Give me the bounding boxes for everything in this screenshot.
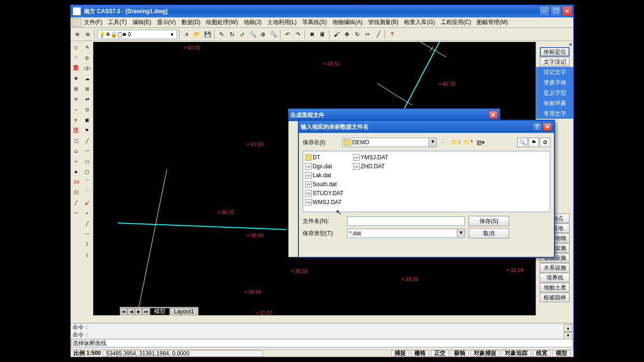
lt-box-icon[interactable]: ▢	[71, 135, 81, 146]
osnap-toggle[interactable]: 对象捕捉	[471, 350, 500, 357]
rt-mirror-icon[interactable]: ◁▷	[82, 63, 92, 73]
nav-back-icon[interactable]: ←	[438, 138, 449, 147]
menu-sheet[interactable]: 图幅管理(M)	[474, 17, 511, 27]
rt-dot-icon[interactable]: ⊙	[82, 104, 92, 115]
dialog-mileage-close-icon[interactable]: ✕	[488, 111, 498, 119]
lt-tree-icon[interactable]: ♣	[71, 166, 81, 177]
dialog-close-button[interactable]: ✕	[543, 123, 552, 131]
filetype-dropdown[interactable]: *.dat ▾	[347, 229, 465, 238]
mdi-icon[interactable]	[72, 18, 81, 27]
restore-button[interactable]: ❐	[551, 6, 561, 16]
tb-pen-icon[interactable]: ✎	[217, 30, 226, 39]
layer-dropdown[interactable]: 💡❄🔒▢■ 0 ▾	[97, 30, 177, 39]
menu-feature[interactable]: 地物编辑(A)	[330, 17, 365, 27]
rt-box-icon[interactable]: ▢	[82, 166, 92, 177]
menu-check[interactable]: 检查入库(G)	[401, 17, 438, 27]
layer-states-icon[interactable]: ≋	[83, 30, 92, 39]
tb-zoom-icon[interactable]: 🔍	[248, 30, 257, 39]
rt-pl2-icon[interactable]: 〰	[82, 229, 92, 239]
lt-stretch-icon[interactable]: ↔	[71, 104, 81, 115]
tb-zoomwin-icon[interactable]: ⤢	[238, 30, 247, 39]
menu-draw[interactable]: 绘图处理(W)	[203, 17, 240, 27]
lwt-toggle[interactable]: 线宽	[533, 350, 551, 357]
rt-dot2-icon[interactable]: •	[82, 208, 92, 218]
tb-calc-icon[interactable]: 🖩	[318, 30, 327, 39]
file-item[interactable]: DT	[305, 153, 352, 161]
tb-brush-icon[interactable]: 🖌	[332, 30, 341, 39]
rt-grid-icon[interactable]: ⊞	[82, 83, 92, 94]
tb-selx-icon[interactable]: ✖	[307, 30, 317, 39]
rt-ar-icon[interactable]: ⌒	[82, 177, 92, 187]
tb-save-icon[interactable]: 💾	[203, 30, 212, 39]
tb-refresh-icon[interactable]: ↻	[227, 30, 237, 39]
rt-flag-icon[interactable]: ⚑	[82, 125, 92, 135]
grid-toggle[interactable]: 栅格	[411, 350, 429, 357]
rt-pick-icon[interactable]: ⤴	[82, 239, 92, 249]
nav-newfolder-icon[interactable]: 📁*	[463, 138, 473, 147]
nav-viewmenu-icon[interactable]: ▤▾	[475, 138, 486, 147]
menu-edit[interactable]: 编辑(E)	[130, 17, 154, 27]
otrack-toggle[interactable]: 对象追踪	[502, 350, 531, 357]
tab-model[interactable]: 模型	[150, 308, 170, 315]
tb-break-icon[interactable]: ╱	[373, 30, 383, 39]
rp-locate[interactable]: 坐标定位	[540, 47, 570, 57]
rt-pencil-icon[interactable]: ✎	[82, 42, 92, 52]
rt-tag-icon[interactable]: ▣	[82, 115, 92, 125]
filename-input[interactable]	[347, 216, 465, 226]
tb-move-icon[interactable]: ✥	[342, 30, 352, 39]
cmd-scroll-down-icon[interactable]: ▼	[564, 332, 572, 339]
modelspace-toggle[interactable]: 模型	[553, 350, 570, 357]
dropdown-arrow-icon[interactable]: ▾	[429, 138, 436, 147]
menu-pipeline[interactable]: 管线测量(B)	[365, 17, 401, 27]
save-button[interactable]: 保存(S)	[469, 216, 509, 226]
tab-next-icon[interactable]: ▶	[135, 308, 142, 315]
rp-defstyle[interactable]: 定义字型	[536, 88, 573, 98]
cmd-scroll-up-icon[interactable]: ▲	[564, 324, 572, 332]
nav-up-icon[interactable]: 📁↑	[451, 138, 461, 147]
rp-vegetation[interactable]: 植被园林	[540, 293, 570, 302]
lt-dashes-icon[interactable]: ┉	[71, 156, 81, 166]
rt-cloud-icon[interactable]: ☁	[82, 73, 92, 83]
menu-view[interactable]: 显示(V)	[154, 17, 179, 27]
menu-cadastre[interactable]: 地籍(J)	[241, 17, 264, 27]
lt-heart-icon[interactable]: ♡	[71, 52, 81, 63]
polar-toggle[interactable]: 极轴	[451, 350, 469, 357]
tab-prev-icon[interactable]: ◀	[127, 308, 135, 315]
dialog-help-button[interactable]: ?	[532, 123, 542, 131]
rt-rect-icon[interactable]: ▭	[82, 156, 92, 166]
menu-landuse[interactable]: 土地利用(L)	[264, 17, 300, 27]
tb-trim-icon[interactable]: ✂	[363, 30, 372, 39]
ortho-toggle[interactable]: 正交	[431, 350, 449, 357]
rt-diag-icon[interactable]: ╱	[82, 218, 92, 229]
lt-move-icon[interactable]: ✥	[71, 73, 81, 83]
file-list[interactable]: DT▭Dgx.dat▭Lak.dat▭South.dat▭STUDY.DAT▭W…	[303, 151, 550, 212]
menu-engineering[interactable]: 工程应用(C)	[438, 17, 474, 27]
lt-line-icon[interactable]: ╱	[71, 197, 81, 208]
lt-pline-icon[interactable]: 〰	[71, 208, 81, 218]
file-item[interactable]: ▭Dgx.dat	[305, 162, 352, 170]
menu-file[interactable]: 文件(F)	[81, 17, 105, 27]
lt-note-icon[interactable]: 注	[71, 125, 81, 135]
tb-open-icon[interactable]: 📂	[192, 30, 202, 39]
tab-first-icon[interactable]: ⏮	[120, 308, 127, 315]
ext-flag-icon[interactable]: ⚑	[528, 138, 539, 147]
tb-redo-icon[interactable]: ↷	[293, 30, 303, 39]
command-input[interactable]: 选择纵断面线	[71, 339, 573, 347]
rt-pline-icon[interactable]: 〰	[82, 146, 92, 156]
tb-help-icon[interactable]: ?	[388, 30, 397, 39]
tab-layout1[interactable]: Layout1	[170, 308, 198, 315]
file-item[interactable]: ▭ZHD.DAT	[353, 162, 400, 170]
rp-textnote[interactable]: 文字注记	[540, 57, 570, 66]
menu-tools[interactable]: 工具(T)	[105, 17, 129, 27]
rp-water[interactable]: 水系设施	[540, 263, 570, 272]
dropdown-arrow-icon[interactable]: ▾	[457, 229, 464, 238]
rt-bend-icon[interactable]: ⤵	[82, 249, 92, 260]
lt-val91[interactable]: .91	[71, 187, 81, 197]
minimize-button[interactable]: ─	[539, 6, 550, 16]
rt-brush-icon[interactable]: 🖌	[82, 197, 92, 208]
rt-arrows-icon[interactable]: ⇄	[82, 94, 92, 104]
close-button[interactable]: ✕	[562, 6, 572, 16]
ext-tool-icon[interactable]: ⚙	[540, 138, 550, 147]
snap-toggle[interactable]: 捕捉	[391, 350, 409, 357]
ext-search-icon[interactable]: 🔍	[517, 138, 528, 147]
